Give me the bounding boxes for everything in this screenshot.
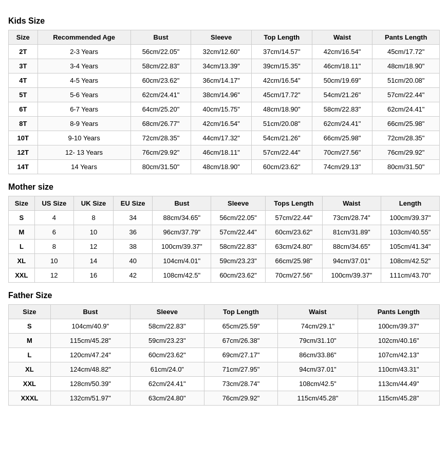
table-cell: 61cm/24.0" (130, 362, 204, 377)
table-cell: 66cm/25.98" (265, 254, 322, 268)
table-cell: 8-9 Years (38, 117, 130, 131)
table-cell: 110cm/43.31" (358, 362, 439, 377)
table-cell: 115cm/45.28" (278, 391, 358, 406)
column-header: Bust (153, 196, 211, 211)
mother-title: Mother size (8, 182, 440, 192)
table-row: S483488cm/34.65"56cm/22.05"57cm/22.44"73… (9, 211, 440, 225)
table-cell: 5-6 Years (38, 88, 130, 102)
table-cell: 36 (114, 225, 153, 240)
table-cell: 115cm/45.28" (50, 334, 130, 348)
column-header: Top Length (204, 305, 278, 319)
table-cell: 88cm/34.65" (322, 240, 381, 254)
table-cell: 120cm/47.24" (50, 348, 130, 362)
table-cell: 103cm/40.55" (381, 225, 439, 240)
table-cell: 58cm/22.83" (312, 102, 372, 117)
kids-body: 2T2-3 Years56cm/22.05"32cm/12.60"37cm/14… (9, 45, 440, 174)
column-header: UK Size (73, 196, 113, 211)
father-title: Father Size (8, 291, 440, 300)
table-cell: 74cm/29.1" (278, 319, 358, 334)
table-cell: 51cm/20.08" (372, 74, 440, 88)
table-cell: 59cm/23.23" (130, 334, 204, 348)
table-cell: 96cm/37.79" (153, 225, 211, 240)
table-row: 10T9-10 Years72cm/28.35"44cm/17.32"54cm/… (9, 131, 440, 145)
table-cell: 42cm/16.54" (252, 74, 312, 88)
table-row: 3T3-4 Years58cm/22.83"34cm/13.39"39cm/15… (9, 59, 440, 74)
table-cell: 46cm/18.11" (312, 59, 372, 74)
table-cell: 132cm/51.97" (50, 391, 130, 406)
table-cell: 59cm/23.23" (211, 254, 266, 268)
table-cell: 60cm/23.62" (211, 268, 266, 283)
column-header: Size (9, 196, 35, 211)
column-header: Sleeve (211, 196, 266, 211)
column-header: Waist (322, 196, 381, 211)
column-header: Top Length (252, 30, 312, 45)
table-cell: 10 (73, 225, 113, 240)
mother-table: SizeUS SizeUK SizeEU SizeBustSleeveTops … (8, 196, 440, 283)
father-section: Father Size SizeBustSleeveTop LengthWais… (8, 291, 440, 406)
table-cell: 48cm/18.90" (252, 102, 312, 117)
table-row: 6T6-7 Years64cm/25.20"40cm/15.75"48cm/18… (9, 102, 440, 117)
table-cell: 111cm/43.70" (381, 268, 439, 283)
table-cell: 14 Years (38, 160, 130, 174)
table-cell: 72cm/28.35" (130, 131, 191, 145)
column-header: Bust (50, 305, 130, 319)
table-cell: 2-3 Years (38, 45, 130, 59)
table-cell: 73cm/28.74" (322, 211, 381, 225)
table-row: 4T4-5 Years60cm/23.62"36cm/14.17"42cm/16… (9, 74, 440, 88)
table-cell: 32cm/12.60" (191, 45, 252, 59)
column-header: Pants Length (358, 305, 439, 319)
table-cell: 62cm/24.41" (312, 117, 372, 131)
table-cell: 108cm/42.5" (278, 377, 358, 391)
table-cell: 60cm/23.62" (130, 348, 204, 362)
table-cell: 76cm/29.92" (204, 391, 278, 406)
mother-body: S483488cm/34.65"56cm/22.05"57cm/22.44"73… (9, 211, 440, 283)
table-cell: 51cm/20.08" (252, 117, 312, 131)
table-cell: 67cm/26.38" (204, 334, 278, 348)
table-row: XXL128cm/50.39"62cm/24.41"73cm/28.74"108… (9, 377, 440, 391)
table-cell: 64cm/25.20" (130, 102, 191, 117)
table-cell: 108cm/42.5" (153, 268, 211, 283)
father-header-row: SizeBustSleeveTop LengthWaistPants Lengt… (9, 305, 440, 319)
column-header: US Size (34, 196, 73, 211)
table-cell: 6-7 Years (38, 102, 130, 117)
table-row: 8T8-9 Years68cm/26.77"42cm/16.54"51cm/20… (9, 117, 440, 131)
table-cell: 57cm/22.44" (211, 225, 266, 240)
table-cell: 108cm/42.52" (381, 254, 439, 268)
table-cell: 58cm/22.83" (130, 59, 191, 74)
table-cell: 3T (9, 59, 38, 74)
kids-header-row: SizeRecommended AgeBustSleeveTop LengthW… (9, 30, 440, 45)
table-cell: 66cm/25.98" (312, 131, 372, 145)
table-cell: 128cm/50.39" (50, 377, 130, 391)
table-cell: 40 (114, 254, 153, 268)
table-row: M115cm/45.28"59cm/23.23"67cm/26.38"79cm/… (9, 334, 440, 348)
table-cell: 80cm/31.50" (130, 160, 191, 174)
table-row: M6103696cm/37.79"57cm/22.44"60cm/23.62"8… (9, 225, 440, 240)
table-cell: XL (9, 362, 51, 377)
father-table: SizeBustSleeveTop LengthWaistPants Lengt… (8, 304, 440, 406)
column-header: Length (381, 196, 439, 211)
table-cell: 48cm/18.90" (372, 59, 440, 74)
table-cell: 12 (73, 240, 113, 254)
table-cell: 9-10 Years (38, 131, 130, 145)
kids-title: Kids Size (8, 16, 440, 26)
table-cell: 58cm/22.83" (211, 240, 266, 254)
table-cell: 42cm/16.54" (312, 45, 372, 59)
table-cell: 70cm/27.56" (312, 145, 372, 160)
table-cell: S (9, 319, 51, 334)
column-header: Size (9, 305, 51, 319)
table-cell: 76cm/29.92" (130, 145, 191, 160)
table-cell: 4-5 Years (38, 74, 130, 88)
table-row: L120cm/47.24"60cm/23.62"69cm/27.17"86cm/… (9, 348, 440, 362)
table-cell: 14 (73, 254, 113, 268)
column-header: Sleeve (191, 30, 252, 45)
table-cell: 113cm/44.49" (358, 377, 439, 391)
table-cell: 34 (114, 211, 153, 225)
column-header: Size (9, 30, 38, 45)
table-cell: 57cm/22.44" (372, 88, 440, 102)
column-header: Bust (130, 30, 191, 45)
column-header: Recommended Age (38, 30, 130, 45)
table-cell: 65cm/25.59" (204, 319, 278, 334)
table-cell: 12 (34, 268, 73, 283)
table-cell: 68cm/26.77" (130, 117, 191, 131)
table-cell: 50cm/19.69" (312, 74, 372, 88)
